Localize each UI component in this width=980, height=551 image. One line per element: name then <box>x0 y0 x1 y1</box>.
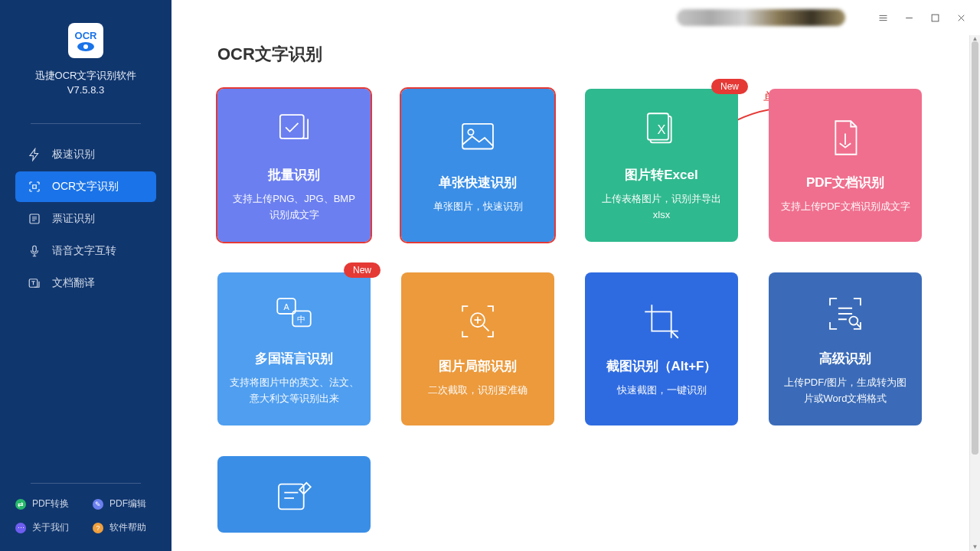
new-badge: New <box>344 262 381 278</box>
content: OCR文字识别 单张识别为例 批量识别 支持上传PNG、JPG、BMP识别成文字… <box>172 35 980 533</box>
card-title: 单张快速识别 <box>439 174 517 191</box>
svg-text:中: 中 <box>297 315 305 324</box>
sidebar-item-label: 文档翻译 <box>52 276 95 290</box>
logo-area: OCR 迅捷OCR文字识别软件 V7.5.8.3 <box>0 0 172 109</box>
scroll-down-icon[interactable]: ▼ <box>970 543 980 551</box>
sidebar-item-label: 极速识别 <box>52 148 95 161</box>
link-pdf-convert[interactable]: ⇄PDF转换 <box>15 497 79 510</box>
svg-rect-1 <box>33 246 37 252</box>
card-multilang[interactable]: New A中 多国语言识别 支持将图片中的英文、法文、意大利文等识别出来 <box>217 272 371 425</box>
translate-icon <box>28 276 41 290</box>
edit-icon: ✎ <box>93 499 103 510</box>
card-desc: 支持将图片中的英文、法文、意大利文等识别出来 <box>228 375 360 407</box>
card-extra[interactable] <box>217 456 371 533</box>
document-icon <box>28 212 41 226</box>
titlebar <box>172 0 980 35</box>
svg-text:A: A <box>283 302 289 311</box>
bolt-icon <box>28 148 41 161</box>
sidebar-item-ocr[interactable]: OCR文字识别 <box>15 171 156 202</box>
svg-rect-3 <box>932 15 939 21</box>
sidebar-item-ticket[interactable]: 票证识别 <box>15 204 156 234</box>
card-title: 批量识别 <box>268 166 320 184</box>
scan-icon <box>28 180 41 194</box>
sidebar-menu: 极速识别 OCR文字识别 票证识别 语音文字互转 文档翻译 <box>0 139 172 300</box>
close-button[interactable] <box>949 6 972 29</box>
card-title: 图片局部识别 <box>439 357 517 375</box>
new-badge: New <box>711 79 748 94</box>
excel-icon: X <box>639 108 684 152</box>
convert-icon: ⇄ <box>15 499 26 510</box>
card-title: 高级识别 <box>819 350 871 367</box>
cards-grid: 批量识别 支持上传PNG、JPG、BMP识别成文字 单张快速识别 单张图片，快速… <box>217 89 934 533</box>
svg-point-6 <box>468 129 473 135</box>
app-version: V7.5.8.3 <box>0 84 172 96</box>
sidebar-item-label: 票证识别 <box>52 212 95 226</box>
checklist-icon <box>272 108 316 152</box>
edit-note-icon <box>272 474 316 519</box>
card-desc: 上传PDF/图片，生成转为图片或Word文档格式 <box>779 375 911 407</box>
card-desc: 二次截取，识别更准确 <box>428 383 528 399</box>
card-title: 截图识别（Alt+F） <box>606 357 717 375</box>
card-title: 图片转Excel <box>625 166 697 184</box>
link-label: PDF转换 <box>32 497 69 510</box>
zoom-scan-icon <box>456 299 500 344</box>
minimize-button[interactable] <box>897 6 920 29</box>
link-about[interactable]: ⋯关于我们 <box>15 521 79 534</box>
card-region[interactable]: 图片局部识别 二次截取，识别更准确 <box>401 272 554 425</box>
page-title: OCR文字识别 <box>217 43 934 66</box>
pdf-icon <box>823 116 867 160</box>
card-desc: 支持上传PDF文档识别成文字 <box>781 199 910 215</box>
help-icon: ? <box>93 523 103 533</box>
card-desc: 支持上传PNG、JPG、BMP识别成文字 <box>228 191 360 223</box>
link-label: 关于我们 <box>32 521 69 534</box>
sidebar-bottom: ⇄PDF转换 ✎PDF编辑 ⋯关于我们 ?软件帮助 <box>0 483 172 551</box>
scrollbar[interactable]: ▲ ▼ <box>969 35 980 551</box>
image-icon <box>456 116 500 160</box>
maximize-button[interactable] <box>923 6 946 29</box>
sidebar-item-label: OCR文字识别 <box>52 180 119 194</box>
divider <box>31 483 141 484</box>
card-title: 多国语言识别 <box>255 350 333 367</box>
card-single[interactable]: 单张快速识别 单张图片，快速识别 <box>401 89 554 242</box>
svg-rect-4 <box>280 115 304 139</box>
language-icon: A中 <box>272 292 316 336</box>
main: OCR文字识别 单张识别为例 批量识别 支持上传PNG、JPG、BMP识别成文字… <box>172 0 980 551</box>
mic-icon <box>28 244 41 258</box>
link-label: PDF编辑 <box>109 497 146 510</box>
sidebar: OCR 迅捷OCR文字识别软件 V7.5.8.3 极速识别 OCR文字识别 票证… <box>0 0 172 551</box>
card-screenshot[interactable]: 截图识别（Alt+F） 快速截图，一键识别 <box>585 272 738 425</box>
divider <box>31 123 141 124</box>
card-excel[interactable]: New X 图片转Excel 上传表格图片，识别并导出xlsx <box>585 89 738 242</box>
card-desc: 单张图片，快速识别 <box>433 199 523 215</box>
menu-button[interactable] <box>871 6 894 29</box>
svg-rect-5 <box>462 124 493 149</box>
link-help[interactable]: ?软件帮助 <box>93 521 156 534</box>
link-pdf-edit[interactable]: ✎PDF编辑 <box>93 497 156 510</box>
sidebar-item-voice[interactable]: 语音文字互转 <box>15 236 156 266</box>
card-desc: 快速截图，一键识别 <box>617 383 707 399</box>
user-area-blurred <box>677 9 845 26</box>
svg-text:X: X <box>658 122 666 136</box>
card-pdf[interactable]: PDF文档识别 支持上传PDF文档识别成文字 <box>769 89 922 242</box>
card-batch[interactable]: 批量识别 支持上传PNG、JPG、BMP识别成文字 <box>217 89 371 242</box>
app-name: 迅捷OCR文字识别软件 <box>0 69 172 83</box>
card-title: PDF文档识别 <box>806 174 884 191</box>
sidebar-item-translate[interactable]: 文档翻译 <box>15 268 156 298</box>
advanced-icon <box>823 292 867 336</box>
crop-icon <box>639 299 684 344</box>
sidebar-item-speed[interactable]: 极速识别 <box>15 139 156 170</box>
link-label: 软件帮助 <box>109 521 146 534</box>
about-icon: ⋯ <box>15 523 26 533</box>
app-logo: OCR <box>68 23 103 58</box>
sidebar-item-label: 语音文字互转 <box>52 244 116 258</box>
card-advanced[interactable]: 高级识别 上传PDF/图片，生成转为图片或Word文档格式 <box>769 272 922 425</box>
card-desc: 上传表格图片，识别并导出xlsx <box>596 191 727 223</box>
scrollbar-thumb[interactable] <box>972 41 978 455</box>
svg-rect-16 <box>279 484 304 510</box>
